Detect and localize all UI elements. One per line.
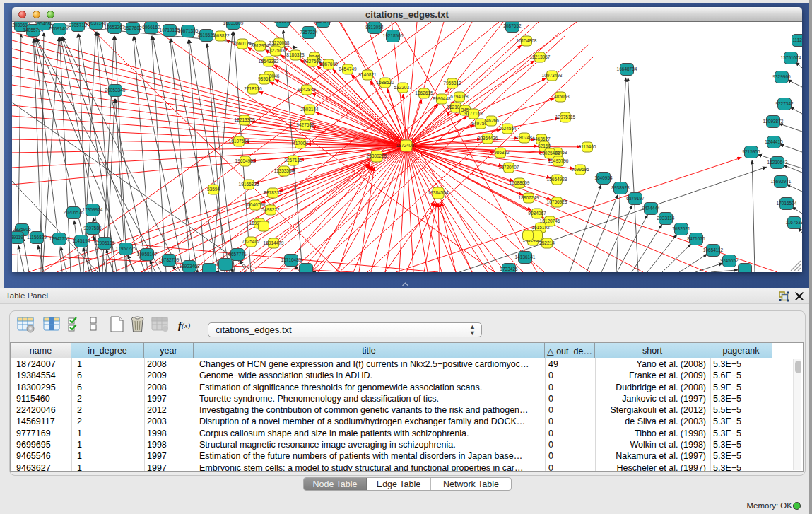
svg-text:12213967: 12213967	[530, 54, 551, 59]
svg-text:1167533: 1167533	[786, 220, 802, 225]
svg-text:9463627: 9463627	[532, 136, 551, 141]
svg-text:15720407: 15720407	[499, 165, 519, 170]
svg-text:1733426: 1733426	[500, 267, 518, 271]
svg-text:10958107: 10958107	[137, 252, 158, 257]
svg-text:17957225: 17957225	[116, 246, 136, 251]
svg-text:12213309: 12213309	[235, 117, 255, 122]
svg-text:252214: 252214	[539, 240, 555, 245]
svg-text:10654112: 10654112	[703, 247, 724, 252]
svg-text:7485063: 7485063	[551, 94, 570, 99]
svg-text:16033809: 16033809	[223, 22, 244, 25]
svg-text:12975115: 12975115	[555, 115, 576, 119]
svg-text:2087652: 2087652	[503, 23, 522, 28]
svg-text:9397586: 9397586	[83, 226, 102, 230]
svg-text:7632621: 7632621	[672, 226, 690, 231]
svg-text:1145194: 1145194	[73, 238, 90, 243]
svg-text:20053346: 20053346	[105, 88, 126, 93]
svg-text:9146821: 9146821	[358, 72, 377, 77]
svg-text:8878332: 8878332	[264, 190, 282, 195]
svg-text:16154808: 16154808	[517, 38, 537, 43]
svg-text:11156829: 11156829	[27, 235, 47, 240]
svg-text:9215955: 9215955	[742, 149, 760, 154]
svg-text:1615192: 1615192	[531, 225, 550, 230]
svg-text:19654985: 19654985	[235, 158, 256, 163]
svg-text:19218506: 19218506	[383, 33, 404, 38]
svg-text:10025483: 10025483	[540, 151, 560, 156]
svg-text:16107554: 16107554	[229, 139, 249, 144]
svg-text:6966160: 6966160	[142, 25, 160, 30]
svg-text:7955812: 7955812	[443, 81, 461, 86]
svg-text:12905185: 12905185	[95, 240, 115, 245]
svg-text:53594: 53594	[207, 187, 220, 192]
svg-text:14136141: 14136141	[515, 255, 536, 259]
svg-text:17016504: 17016504	[777, 201, 797, 206]
svg-text:3624554: 3624554	[498, 126, 517, 131]
svg-text:9245652: 9245652	[720, 258, 739, 263]
svg-text:7357224: 7357224	[300, 30, 318, 35]
svg-text:18724007: 18724007	[396, 143, 417, 148]
svg-text:62160: 62160	[538, 144, 551, 148]
svg-text:15495796: 15495796	[548, 158, 569, 163]
svg-text:16543382: 16543382	[259, 59, 279, 64]
svg-text:9705718: 9705718	[69, 23, 87, 28]
svg-text:6879197: 6879197	[626, 196, 645, 201]
svg-text:10688609: 10688609	[510, 180, 530, 185]
svg-text:8471676: 8471676	[687, 236, 705, 241]
svg-text:(x): (x)	[182, 321, 191, 330]
svg-text:9777169: 9777169	[464, 111, 483, 116]
svg-text:9884977: 9884977	[314, 22, 332, 23]
svg-text:8912954: 8912954	[251, 43, 269, 48]
svg-text:8186323: 8186323	[286, 52, 305, 57]
svg-text:8938923: 8938923	[611, 185, 630, 190]
svg-text:1588520: 1588520	[376, 80, 394, 85]
svg-text:7663822: 7663822	[211, 33, 230, 38]
svg-text:8813054: 8813054	[365, 25, 384, 30]
svg-text:9699695: 9699695	[571, 167, 589, 172]
svg-text:20364436: 20364436	[478, 136, 498, 141]
svg-text:6794028: 6794028	[450, 94, 469, 99]
svg-text:16782759: 16782759	[159, 257, 180, 262]
svg-text:19384554: 19384554	[428, 190, 449, 195]
svg-text:2867608: 2867608	[319, 62, 338, 66]
svg-text:9329966: 9329966	[772, 74, 791, 79]
svg-text:5498222: 5498222	[261, 207, 280, 212]
svg-text:2718176: 2718176	[244, 86, 262, 91]
svg-text:9474444: 9474444	[642, 206, 660, 211]
svg-text:17359924: 17359924	[83, 207, 103, 212]
svg-text:15654923: 15654923	[547, 177, 567, 182]
svg-text:746266: 746266	[483, 118, 499, 123]
svg-text:16914479: 16914479	[264, 240, 284, 245]
svg-text:3267130: 3267130	[284, 158, 302, 163]
svg-text:1858811: 1858811	[274, 22, 292, 23]
svg-text:8990448: 8990448	[433, 96, 451, 101]
svg-text:8454749: 8454749	[339, 66, 357, 71]
svg-text:15716485: 15716485	[281, 257, 302, 262]
svg-text:1527602: 1527602	[124, 25, 142, 30]
svg-text:417004: 417004	[293, 141, 308, 146]
svg-text:16210643: 16210643	[767, 160, 788, 165]
svg-text:25300205: 25300205	[367, 153, 387, 158]
svg-text:9227342: 9227342	[775, 101, 794, 106]
svg-text:20691406: 20691406	[49, 26, 70, 31]
svg-text:20937148: 20937148	[86, 22, 107, 25]
svg-text:20206576: 20206576	[64, 210, 84, 215]
svg-text:10653267: 10653267	[105, 25, 125, 30]
svg-text:5322037: 5322037	[394, 85, 412, 90]
svg-text:12942757: 12942757	[49, 236, 70, 241]
svg-text:2933114: 2933114	[657, 216, 675, 221]
svg-text:15692971: 15692971	[771, 179, 792, 184]
svg-text:16648784: 16648784	[617, 66, 637, 71]
svg-text:19166825: 19166825	[239, 182, 259, 187]
svg-text:98961: 98961	[258, 76, 271, 81]
svg-text:8660124: 8660124	[233, 41, 252, 46]
svg-text:1640954: 1640954	[594, 175, 613, 180]
svg-text:9327508: 9327508	[303, 59, 322, 64]
svg-text:9427552: 9427552	[296, 122, 314, 127]
svg-text:18807249: 18807249	[519, 195, 539, 200]
svg-text:9242848: 9242848	[298, 87, 316, 92]
svg-text:9084067: 9084067	[528, 211, 546, 216]
svg-text:12093872: 12093872	[763, 119, 784, 124]
svg-text:12923468: 12923468	[180, 264, 200, 269]
svg-text:9115460: 9115460	[579, 144, 596, 149]
svg-text:11120: 11120	[792, 37, 802, 42]
